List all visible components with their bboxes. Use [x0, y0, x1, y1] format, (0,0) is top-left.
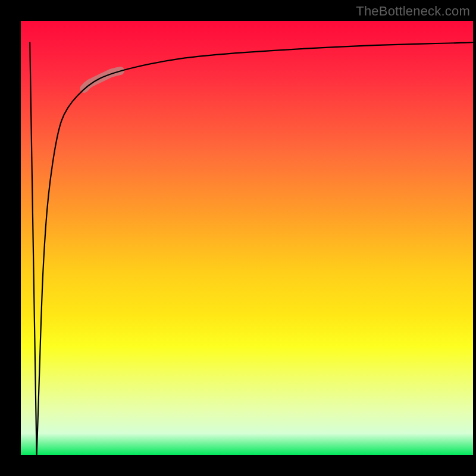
attribution-label: TheBottleneck.com	[356, 4, 470, 19]
chart-svg	[21, 21, 473, 455]
chart-container: TheBottleneck.com	[0, 0, 476, 476]
curve-highlight	[84, 71, 120, 89]
curve-main	[30, 43, 473, 456]
